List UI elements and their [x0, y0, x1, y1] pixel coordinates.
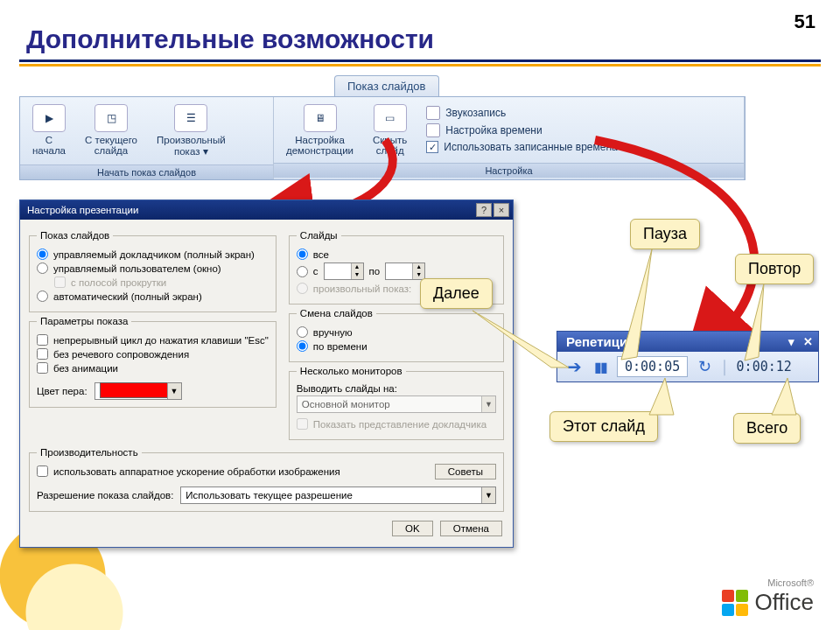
ribbon-label: Использовать записанные времена [444, 141, 617, 153]
label-text: Выводить слайды на: [297, 383, 397, 394]
radio-manual[interactable]: вручную [297, 326, 496, 338]
rehearsal-titlebar[interactable]: Репетиция ▾ ✕ [557, 332, 818, 352]
close-icon[interactable]: ✕ [803, 335, 813, 348]
resolution-combo[interactable]: Использовать текущее разрешение ▼ [180, 486, 496, 504]
checkbox-hw-accel[interactable]: использовать аппаратное ускорение обрабо… [37, 466, 340, 477]
group-advance: Смена слайдов вручную по времени [289, 308, 504, 362]
repeat-button[interactable]: ↻ [695, 357, 714, 376]
ribbon: ▶ С начала ◳ С текущего слайда ☰ Произво… [19, 96, 746, 180]
radio-all-slides[interactable]: все [297, 248, 496, 260]
help-button[interactable]: ? [476, 203, 492, 217]
chevron-down-icon: ▼ [481, 396, 495, 412]
brand-text: Office [755, 589, 814, 616]
combo-value: Основной монитор [298, 399, 481, 410]
group-monitors: Несколько мониторов Выводить слайды на: … [289, 366, 504, 440]
group-performance: Производительность использовать аппаратн… [29, 447, 504, 512]
cancel-button[interactable]: Отмена [440, 521, 502, 536]
ribbon-label: С текущего слайда [85, 135, 137, 156]
label-text: по [369, 266, 381, 276]
label-text: Разрешение показа слайдов: [37, 490, 173, 500]
slide-icon: ◳ [94, 104, 128, 132]
ribbon-label: Произвольный показ ▾ [157, 135, 226, 158]
next-button[interactable]: ➔ [564, 357, 584, 376]
tips-button[interactable]: Советы [435, 464, 496, 480]
chevron-down-icon[interactable]: ▼ [481, 487, 495, 503]
radio-input[interactable] [37, 290, 48, 302]
label-text: без анимации [53, 363, 118, 374]
radio-input[interactable] [37, 262, 48, 274]
to-spinner[interactable]: ▲▼ [385, 262, 425, 280]
checkbox-no-narration[interactable]: без речевого сопровождения [37, 348, 269, 360]
radio-input[interactable] [297, 266, 308, 277]
dialog-title: Настройка презентации [27, 205, 138, 215]
callout-total: Всего [733, 413, 801, 444]
radio-timings[interactable]: по времени [297, 340, 496, 352]
ribbon-label: Настройка демонстрации [286, 135, 354, 156]
radio-input[interactable] [297, 326, 308, 338]
radio-presenter[interactable]: управляемый докладчиком (полный экран) [37, 248, 269, 260]
callout-this-slide: Этот слайд [550, 411, 658, 442]
from-spinner[interactable]: ▲▼ [324, 262, 364, 280]
ribbon-group-title-setup: Настройка [274, 163, 744, 178]
close-button[interactable]: × [494, 203, 509, 217]
legend: Несколько мониторов [297, 366, 406, 376]
pause-button[interactable]: ▮▮ [591, 357, 610, 376]
checkbox-input[interactable] [37, 334, 48, 346]
pen-color-swatch [100, 382, 167, 398]
ribbon-from-beginning[interactable]: ▶ С начала [27, 102, 71, 159]
play-icon: ▶ [32, 104, 66, 132]
ribbon-use-timings[interactable]: ✓ Использовать записанные времена [426, 141, 617, 153]
page-title: Дополнительные возможности [26, 24, 840, 54]
pen-color-label: Цвет пера: [37, 386, 88, 396]
legend: Показ слайдов [37, 230, 113, 241]
legend: Параметры показа [37, 316, 131, 326]
radio-input[interactable] [297, 340, 308, 352]
checkbox-scrollbar: с полосой прокрутки [54, 276, 269, 288]
label-text: управляемый докладчиком (полный экран) [53, 249, 255, 260]
ribbon-setup-show[interactable]: 🖥 Настройка демонстрации [281, 102, 359, 158]
callout-next: Далее [420, 278, 493, 309]
ribbon-record-narration[interactable]: Звукозапись [426, 106, 617, 120]
checkbox-input [54, 276, 66, 288]
dialog-titlebar[interactable]: Настройка презентации ? × [20, 200, 513, 220]
monitor-combo: Основной монитор ▼ [297, 396, 496, 413]
ribbon-tab-slideshow[interactable]: Показ слайдов [334, 75, 439, 96]
radio-input[interactable] [37, 248, 48, 260]
radio-from-to[interactable]: с ▲▼ по ▲▼ [297, 262, 496, 280]
settings-icon: 🖥 [304, 104, 337, 132]
rehearsal-title: Репетиция [566, 334, 635, 349]
radio-input[interactable] [297, 248, 308, 260]
checkbox-input[interactable] [37, 362, 48, 374]
combo-value: Использовать текущее разрешение [181, 490, 481, 500]
pen-color-combo[interactable]: ▼ [94, 382, 182, 400]
checkbox-loop[interactable]: непрерывный цикл до нажатия клавиши "Esc… [37, 334, 269, 346]
radio-browsed[interactable]: управляемый пользователем (окно) [37, 262, 269, 274]
ribbon-label: Настройка времени [445, 124, 542, 136]
divider-blue [19, 60, 821, 62]
checkbox-no-animation[interactable]: без анимации [37, 362, 269, 374]
radio-kiosk[interactable]: автоматический (полный экран) [37, 290, 269, 302]
label-text: без речевого сопровождения [53, 349, 189, 360]
callout-tail-total [770, 378, 814, 416]
page-number: 51 [794, 10, 816, 33]
label-text: Показать представление докладчика [313, 419, 486, 430]
ok-button[interactable]: OK [392, 521, 433, 536]
label-text: с полосой прокрутки [71, 277, 166, 288]
ribbon-group-title-start: Начать показ слайдов [20, 164, 273, 179]
checkbox-input[interactable] [37, 466, 48, 477]
ribbon-rehearse-timings[interactable]: Настройка времени [426, 123, 617, 137]
callout-repeat: Повтор [735, 254, 814, 284]
clock-icon [426, 123, 440, 137]
ribbon-from-current[interactable]: ◳ С текущего слайда [80, 102, 143, 159]
label-text: все [313, 249, 329, 260]
chevron-down-icon[interactable]: ▼ [167, 383, 181, 399]
label-text: использовать аппаратное ускорение обрабо… [53, 466, 340, 477]
legend: Смена слайдов [297, 308, 376, 318]
minimize-icon[interactable]: ▾ [788, 335, 794, 348]
office-brand: Office [722, 589, 814, 616]
checkbox-input[interactable] [37, 348, 48, 360]
mic-icon [426, 106, 440, 120]
ribbon-hide-slide[interactable]: ▭ Скрыть слайд [368, 102, 412, 158]
ribbon-custom-show[interactable]: ☰ Произвольный показ ▾ [151, 102, 231, 159]
label-text: управляемый пользователем (окно) [53, 263, 221, 274]
